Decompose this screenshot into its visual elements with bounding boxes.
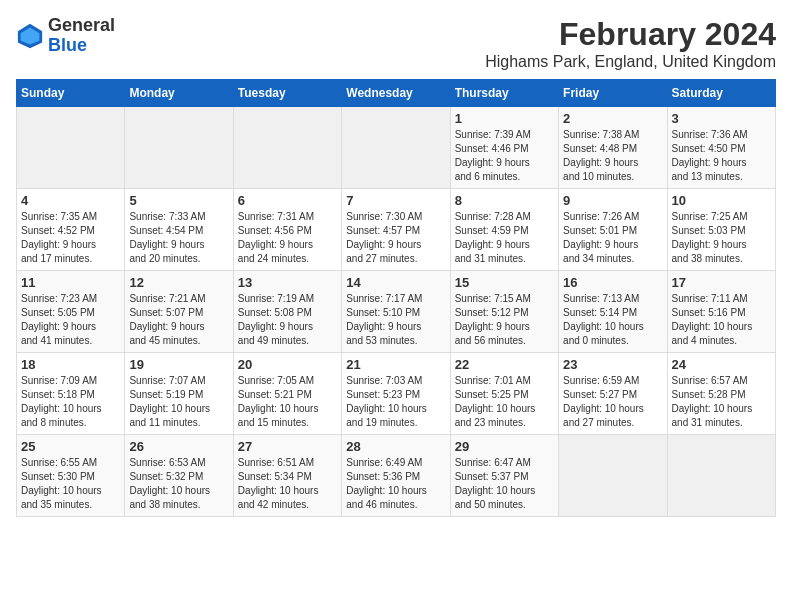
header-day-saturday: Saturday [667,80,775,107]
day-info: Sunrise: 7:19 AM Sunset: 5:08 PM Dayligh… [238,292,337,348]
calendar-cell [233,107,341,189]
calendar-cell: 24Sunrise: 6:57 AM Sunset: 5:28 PM Dayli… [667,353,775,435]
day-info: Sunrise: 7:39 AM Sunset: 4:46 PM Dayligh… [455,128,554,184]
day-number: 4 [21,193,120,208]
calendar-cell: 19Sunrise: 7:07 AM Sunset: 5:19 PM Dayli… [125,353,233,435]
day-number: 6 [238,193,337,208]
header-day-tuesday: Tuesday [233,80,341,107]
day-number: 21 [346,357,445,372]
day-info: Sunrise: 7:03 AM Sunset: 5:23 PM Dayligh… [346,374,445,430]
calendar-week-3: 11Sunrise: 7:23 AM Sunset: 5:05 PM Dayli… [17,271,776,353]
calendar-cell: 25Sunrise: 6:55 AM Sunset: 5:30 PM Dayli… [17,435,125,517]
calendar-week-4: 18Sunrise: 7:09 AM Sunset: 5:18 PM Dayli… [17,353,776,435]
day-info: Sunrise: 7:01 AM Sunset: 5:25 PM Dayligh… [455,374,554,430]
day-info: Sunrise: 7:07 AM Sunset: 5:19 PM Dayligh… [129,374,228,430]
day-number: 25 [21,439,120,454]
calendar-cell: 17Sunrise: 7:11 AM Sunset: 5:16 PM Dayli… [667,271,775,353]
day-info: Sunrise: 7:36 AM Sunset: 4:50 PM Dayligh… [672,128,771,184]
day-info: Sunrise: 6:59 AM Sunset: 5:27 PM Dayligh… [563,374,662,430]
calendar-cell: 3Sunrise: 7:36 AM Sunset: 4:50 PM Daylig… [667,107,775,189]
day-number: 8 [455,193,554,208]
calendar-week-2: 4Sunrise: 7:35 AM Sunset: 4:52 PM Daylig… [17,189,776,271]
day-number: 18 [21,357,120,372]
day-number: 5 [129,193,228,208]
day-number: 2 [563,111,662,126]
day-number: 15 [455,275,554,290]
day-info: Sunrise: 7:21 AM Sunset: 5:07 PM Dayligh… [129,292,228,348]
day-info: Sunrise: 7:38 AM Sunset: 4:48 PM Dayligh… [563,128,662,184]
header-day-thursday: Thursday [450,80,558,107]
day-number: 7 [346,193,445,208]
day-info: Sunrise: 7:13 AM Sunset: 5:14 PM Dayligh… [563,292,662,348]
calendar-subtitle: Highams Park, England, United Kingdom [485,53,776,71]
header-row: SundayMondayTuesdayWednesdayThursdayFrid… [17,80,776,107]
calendar-cell: 10Sunrise: 7:25 AM Sunset: 5:03 PM Dayli… [667,189,775,271]
calendar-week-5: 25Sunrise: 6:55 AM Sunset: 5:30 PM Dayli… [17,435,776,517]
day-info: Sunrise: 7:33 AM Sunset: 4:54 PM Dayligh… [129,210,228,266]
calendar-cell: 4Sunrise: 7:35 AM Sunset: 4:52 PM Daylig… [17,189,125,271]
calendar-cell: 7Sunrise: 7:30 AM Sunset: 4:57 PM Daylig… [342,189,450,271]
calendar-cell: 27Sunrise: 6:51 AM Sunset: 5:34 PM Dayli… [233,435,341,517]
calendar-cell [17,107,125,189]
day-info: Sunrise: 7:11 AM Sunset: 5:16 PM Dayligh… [672,292,771,348]
day-number: 29 [455,439,554,454]
day-number: 10 [672,193,771,208]
day-info: Sunrise: 6:51 AM Sunset: 5:34 PM Dayligh… [238,456,337,512]
title-area: February 2024 Highams Park, England, Uni… [485,16,776,71]
calendar-cell: 1Sunrise: 7:39 AM Sunset: 4:46 PM Daylig… [450,107,558,189]
calendar-cell: 29Sunrise: 6:47 AM Sunset: 5:37 PM Dayli… [450,435,558,517]
day-info: Sunrise: 7:15 AM Sunset: 5:12 PM Dayligh… [455,292,554,348]
calendar-cell: 6Sunrise: 7:31 AM Sunset: 4:56 PM Daylig… [233,189,341,271]
calendar-header: SundayMondayTuesdayWednesdayThursdayFrid… [17,80,776,107]
calendar-cell [342,107,450,189]
calendar-cell: 28Sunrise: 6:49 AM Sunset: 5:36 PM Dayli… [342,435,450,517]
day-number: 11 [21,275,120,290]
day-info: Sunrise: 7:25 AM Sunset: 5:03 PM Dayligh… [672,210,771,266]
day-number: 9 [563,193,662,208]
day-number: 19 [129,357,228,372]
calendar-cell: 15Sunrise: 7:15 AM Sunset: 5:12 PM Dayli… [450,271,558,353]
day-info: Sunrise: 6:55 AM Sunset: 5:30 PM Dayligh… [21,456,120,512]
day-number: 28 [346,439,445,454]
logo-icon [16,22,44,50]
day-info: Sunrise: 7:35 AM Sunset: 4:52 PM Dayligh… [21,210,120,266]
header-day-sunday: Sunday [17,80,125,107]
calendar-cell: 16Sunrise: 7:13 AM Sunset: 5:14 PM Dayli… [559,271,667,353]
day-number: 13 [238,275,337,290]
day-info: Sunrise: 7:23 AM Sunset: 5:05 PM Dayligh… [21,292,120,348]
calendar-body: 1Sunrise: 7:39 AM Sunset: 4:46 PM Daylig… [17,107,776,517]
day-info: Sunrise: 7:31 AM Sunset: 4:56 PM Dayligh… [238,210,337,266]
header-day-wednesday: Wednesday [342,80,450,107]
calendar-cell: 13Sunrise: 7:19 AM Sunset: 5:08 PM Dayli… [233,271,341,353]
day-number: 24 [672,357,771,372]
calendar-cell: 26Sunrise: 6:53 AM Sunset: 5:32 PM Dayli… [125,435,233,517]
calendar-cell: 9Sunrise: 7:26 AM Sunset: 5:01 PM Daylig… [559,189,667,271]
calendar-table: SundayMondayTuesdayWednesdayThursdayFrid… [16,79,776,517]
calendar-cell: 18Sunrise: 7:09 AM Sunset: 5:18 PM Dayli… [17,353,125,435]
calendar-cell [125,107,233,189]
logo: General Blue [16,16,115,56]
day-number: 23 [563,357,662,372]
day-info: Sunrise: 6:49 AM Sunset: 5:36 PM Dayligh… [346,456,445,512]
calendar-cell: 8Sunrise: 7:28 AM Sunset: 4:59 PM Daylig… [450,189,558,271]
calendar-cell: 5Sunrise: 7:33 AM Sunset: 4:54 PM Daylig… [125,189,233,271]
calendar-cell: 12Sunrise: 7:21 AM Sunset: 5:07 PM Dayli… [125,271,233,353]
day-info: Sunrise: 6:57 AM Sunset: 5:28 PM Dayligh… [672,374,771,430]
day-info: Sunrise: 7:26 AM Sunset: 5:01 PM Dayligh… [563,210,662,266]
day-number: 1 [455,111,554,126]
calendar-cell: 22Sunrise: 7:01 AM Sunset: 5:25 PM Dayli… [450,353,558,435]
day-info: Sunrise: 6:47 AM Sunset: 5:37 PM Dayligh… [455,456,554,512]
day-number: 17 [672,275,771,290]
calendar-cell: 21Sunrise: 7:03 AM Sunset: 5:23 PM Dayli… [342,353,450,435]
day-info: Sunrise: 7:30 AM Sunset: 4:57 PM Dayligh… [346,210,445,266]
day-number: 27 [238,439,337,454]
day-info: Sunrise: 7:09 AM Sunset: 5:18 PM Dayligh… [21,374,120,430]
calendar-cell: 14Sunrise: 7:17 AM Sunset: 5:10 PM Dayli… [342,271,450,353]
calendar-cell [559,435,667,517]
day-number: 14 [346,275,445,290]
calendar-cell: 23Sunrise: 6:59 AM Sunset: 5:27 PM Dayli… [559,353,667,435]
day-info: Sunrise: 6:53 AM Sunset: 5:32 PM Dayligh… [129,456,228,512]
calendar-cell: 11Sunrise: 7:23 AM Sunset: 5:05 PM Dayli… [17,271,125,353]
calendar-week-1: 1Sunrise: 7:39 AM Sunset: 4:46 PM Daylig… [17,107,776,189]
calendar-cell [667,435,775,517]
